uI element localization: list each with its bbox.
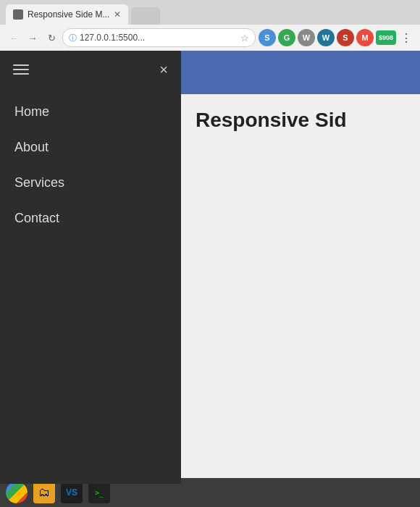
nav-item-about[interactable]: About (0, 130, 181, 165)
ext-m-button[interactable]: M (356, 29, 374, 46)
tab-active[interactable]: Responsive Side M... ✕ (6, 4, 128, 25)
browser-menu-button[interactable]: ⋮ (398, 30, 414, 46)
ext-w-button[interactable]: W (298, 29, 315, 46)
ext-wp-button[interactable]: W (317, 29, 335, 46)
main-header (181, 51, 420, 94)
back-button[interactable]: ← (6, 30, 22, 46)
main-content: Responsive Sid (181, 51, 420, 484)
hamburger-line-3 (13, 73, 29, 75)
taskbar-terminal-icon[interactable]: >_ (88, 482, 110, 503)
page-title: Responsive Sid (196, 109, 347, 131)
browser-content: × Home About Services Contact Responsive… (0, 51, 420, 484)
ext-money-button[interactable]: $908 (376, 30, 396, 45)
address-text: 127.0.0.1:5500... (80, 33, 238, 43)
hamburger-line-1 (13, 64, 29, 66)
hamburger-button[interactable] (13, 64, 29, 75)
forward-button[interactable]: → (25, 30, 41, 46)
tab-bar: Responsive Side M... ✕ (0, 0, 420, 25)
address-bar[interactable]: ⓘ 127.0.0.1:5500... ☆ (62, 28, 256, 47)
bookmark-icon[interactable]: ☆ (240, 33, 249, 43)
taskbar-files-icon[interactable]: 🗂 (33, 482, 55, 503)
sidebar-header: × (0, 51, 181, 88)
hamburger-line-2 (13, 69, 29, 70)
ext-s-button[interactable]: S (259, 29, 276, 46)
address-bar-row: ← → ↻ ⓘ 127.0.0.1:5500... ☆ S G W W S M … (0, 25, 420, 51)
tab-close-button[interactable]: ✕ (114, 9, 121, 20)
sidebar: × Home About Services Contact (0, 51, 181, 484)
main-body: Responsive Sid (181, 94, 420, 484)
extensions-row: S G W W S M $908 ⋮ (259, 29, 414, 46)
taskbar-chrome-icon[interactable] (6, 482, 28, 503)
taskbar-code-icon[interactable]: VS (61, 482, 83, 503)
reload-button[interactable]: ↻ (43, 30, 59, 46)
tab-active-label: Responsive Side M... (28, 9, 109, 20)
nav-item-contact[interactable]: Contact (0, 201, 181, 236)
lock-icon: ⓘ (69, 33, 77, 43)
tab-favicon (13, 9, 23, 20)
ext-g-button[interactable]: G (278, 29, 295, 46)
nav-item-services[interactable]: Services (0, 165, 181, 201)
ext-st-button[interactable]: S (337, 29, 354, 46)
tab-inactive[interactable] (131, 7, 160, 25)
browser-chrome: Responsive Side M... ✕ ← → ↻ ⓘ 127.0.0.1… (0, 0, 420, 51)
sidebar-close-button[interactable]: × (159, 62, 168, 77)
nav-item-home[interactable]: Home (0, 94, 181, 130)
sidebar-nav: Home About Services Contact (0, 88, 181, 242)
